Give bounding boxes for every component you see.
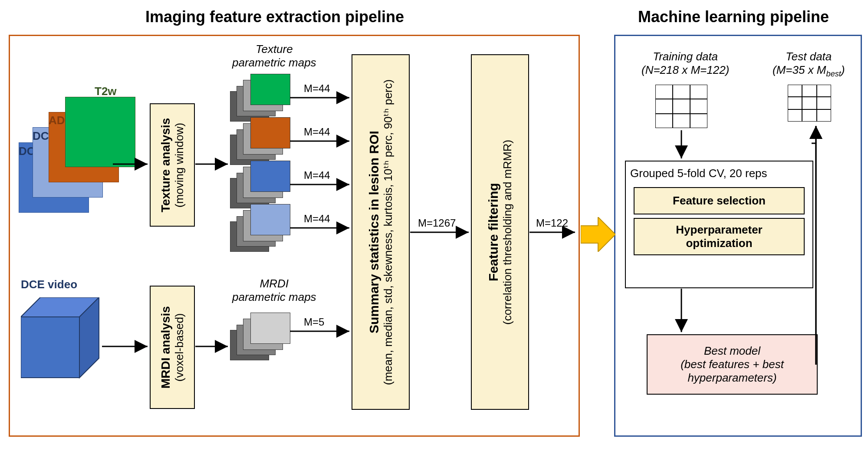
pipeline-arrows [0,0,614,434]
best-model-connector [614,35,861,434]
svg-marker-15 [581,217,615,252]
ml-pipeline-title: Machine learning pipeline [638,8,829,26]
transition-arrow-icon [581,217,615,252]
